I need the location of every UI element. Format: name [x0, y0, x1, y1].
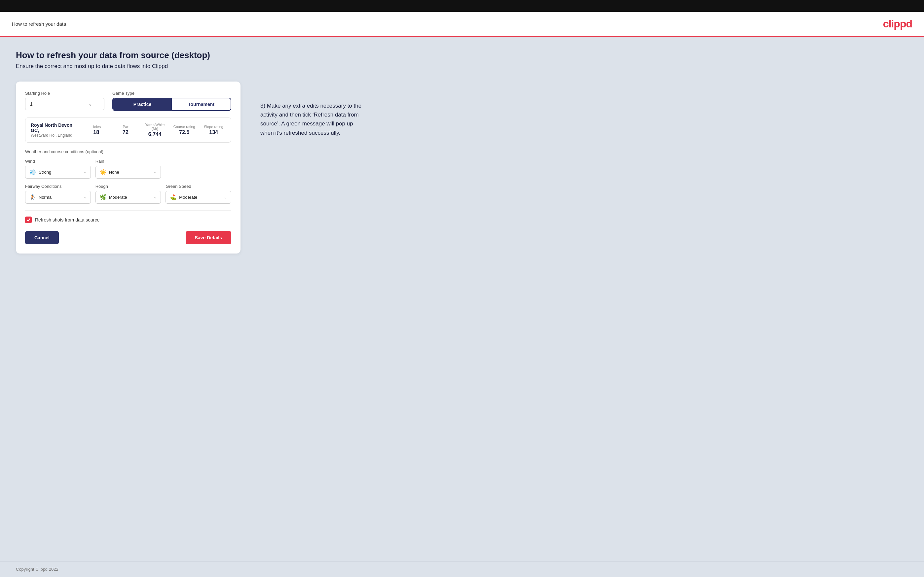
- wind-chevron: ⌄: [84, 170, 87, 174]
- footer: Copyright Clippd 2022: [0, 561, 924, 577]
- refresh-checkbox[interactable]: [25, 216, 32, 223]
- slope-rating-value: 134: [202, 129, 226, 135]
- par-stat: Par 72: [114, 125, 138, 135]
- green-speed-field: Green Speed ⛳ Moderate ⌄: [165, 184, 231, 204]
- page-heading: How to refresh your data from source (de…: [16, 50, 908, 60]
- rain-label: Rain: [95, 159, 161, 164]
- rough-value: Moderate: [109, 195, 127, 200]
- rough-chevron: ⌄: [153, 195, 157, 199]
- holes-label: Holes: [84, 125, 108, 129]
- fairway-icon: 🏌️: [29, 194, 36, 200]
- weather-section-label: Weather and course conditions (optional): [25, 149, 231, 154]
- rain-field: Rain ☀️ None ⌄: [95, 159, 161, 179]
- starting-hole-value: 1: [30, 102, 33, 106]
- form-card: Starting Hole 1 ⌄ Game Type Practice Tou…: [16, 82, 241, 253]
- fairway-field: Fairway Conditions 🏌️ Normal ⌄: [25, 184, 91, 204]
- divider: [25, 210, 231, 211]
- top-bar: [0, 0, 924, 12]
- wind-label: Wind: [25, 159, 91, 164]
- page-subheading: Ensure the correct and most up to date d…: [16, 63, 908, 70]
- instruction-text: 3) Make any extra edits necessary to the…: [260, 102, 366, 137]
- practice-button[interactable]: Practice: [113, 98, 172, 110]
- fairway-value: Normal: [39, 195, 53, 200]
- course-row: Royal North Devon GC, Westward Ho!, Engl…: [25, 118, 231, 143]
- course-rating-label: Course rating: [172, 125, 196, 129]
- yards-stat: Yards/White (M)) 6,744: [143, 123, 167, 137]
- buttons-row: Cancel Save Details: [25, 231, 231, 244]
- rain-chevron: ⌄: [153, 170, 157, 174]
- green-speed-icon: ⛳: [170, 194, 176, 200]
- starting-hole-display[interactable]: 1 ⌄: [25, 98, 104, 110]
- spacer: [165, 159, 231, 179]
- course-rating-value: 72.5: [172, 129, 196, 135]
- starting-hole-chevron: ⌄: [88, 102, 92, 106]
- par-label: Par: [114, 125, 138, 129]
- refresh-label: Refresh shots from data source: [35, 217, 99, 222]
- starting-hole-select[interactable]: 1 ⌄: [25, 98, 104, 110]
- par-value: 72: [114, 129, 138, 135]
- refresh-checkbox-row: Refresh shots from data source: [25, 216, 231, 223]
- top-fields: Starting Hole 1 ⌄ Game Type Practice Tou…: [25, 91, 231, 111]
- green-speed-chevron: ⌄: [224, 195, 227, 199]
- holes-stat: Holes 18: [84, 125, 108, 135]
- cancel-button[interactable]: Cancel: [25, 231, 59, 244]
- fairway-select[interactable]: 🏌️ Normal ⌄: [25, 191, 91, 204]
- tournament-button[interactable]: Tournament: [172, 98, 231, 110]
- green-speed-label: Green Speed: [165, 184, 231, 189]
- content-row: Starting Hole 1 ⌄ Game Type Practice Tou…: [16, 82, 908, 253]
- game-type-field: Game Type Practice Tournament: [112, 91, 231, 111]
- course-name: Royal North Devon GC, Westward Ho!, Engl…: [31, 122, 79, 138]
- yards-value: 6,744: [143, 131, 167, 137]
- check-icon: [26, 218, 31, 222]
- rough-icon: 🌿: [100, 194, 107, 200]
- copyright: Copyright Clippd 2022: [16, 567, 58, 572]
- holes-value: 18: [84, 129, 108, 135]
- fairway-chevron: ⌄: [84, 195, 87, 199]
- rain-value: None: [109, 170, 119, 175]
- instruction-box: 3) Make any extra edits necessary to the…: [260, 82, 366, 137]
- slope-rating-stat: Slope rating 134: [202, 125, 226, 135]
- wind-select[interactable]: 💨 Strong ⌄: [25, 166, 91, 179]
- conditions-row: Fairway Conditions 🏌️ Normal ⌄ Rough 🌿 M…: [25, 184, 231, 204]
- header-title: How to refresh your data: [12, 21, 66, 27]
- wind-icon: 💨: [29, 169, 36, 175]
- rain-select[interactable]: ☀️ None ⌄: [95, 166, 161, 179]
- slope-rating-label: Slope rating: [202, 125, 226, 129]
- rough-label: Rough: [95, 184, 161, 189]
- wind-rain-row: Wind 💨 Strong ⌄ Rain ☀️ None ⌄: [25, 159, 231, 179]
- course-location: Westward Ho!, England: [31, 133, 79, 138]
- game-type-label: Game Type: [112, 91, 231, 96]
- header: How to refresh your data clippd: [0, 12, 924, 37]
- main-content: How to refresh your data from source (de…: [0, 37, 924, 561]
- wind-value: Strong: [39, 170, 51, 175]
- green-speed-value: Moderate: [179, 195, 197, 200]
- rough-field: Rough 🌿 Moderate ⌄: [95, 184, 161, 204]
- green-speed-select[interactable]: ⛳ Moderate ⌄: [165, 191, 231, 204]
- rain-icon: ☀️: [100, 169, 107, 175]
- starting-hole-field: Starting Hole 1 ⌄: [25, 91, 104, 111]
- game-type-toggle: Practice Tournament: [112, 98, 231, 111]
- save-button[interactable]: Save Details: [186, 231, 232, 244]
- course-rating-stat: Course rating 72.5: [172, 125, 196, 135]
- starting-hole-label: Starting Hole: [25, 91, 104, 96]
- fairway-label: Fairway Conditions: [25, 184, 91, 189]
- course-name-main: Royal North Devon GC,: [31, 122, 79, 133]
- yards-label: Yards/White (M)): [143, 123, 167, 131]
- wind-field: Wind 💨 Strong ⌄: [25, 159, 91, 179]
- logo: clippd: [883, 18, 912, 30]
- rough-select[interactable]: 🌿 Moderate ⌄: [95, 191, 161, 204]
